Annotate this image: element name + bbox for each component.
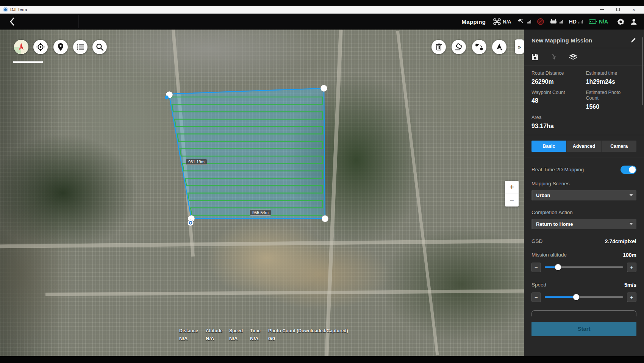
collapse-panel-button[interactable]: »: [515, 39, 524, 54]
slider-knob[interactable]: [555, 264, 561, 270]
survey-area-overlay: [0, 30, 524, 356]
gsd-value: 2.74cm/pixel: [605, 238, 636, 244]
speed-label: Speed: [531, 282, 546, 288]
panel-scrollbar[interactable]: [642, 37, 643, 105]
survey-polygon: [169, 88, 325, 219]
stat-route-distance: Route Distance 26290m: [531, 70, 582, 85]
maximize-icon: [616, 8, 620, 11]
execute-mission-button[interactable]: [550, 53, 558, 61]
completion-action-value: Return to Home: [536, 221, 573, 227]
eraser-icon: [455, 43, 463, 51]
hd-status: HD: [569, 19, 583, 25]
minimize-button[interactable]: [599, 7, 605, 12]
stat-value: 48: [531, 97, 582, 104]
basemap-button[interactable]: [14, 40, 28, 54]
speed-increase-button[interactable]: +: [627, 293, 636, 302]
gps-signal-bars: [527, 20, 531, 23]
start-button[interactable]: Start: [531, 322, 636, 336]
close-button[interactable]: ×: [631, 7, 636, 12]
delete-route-button[interactable]: [431, 40, 446, 54]
gps-satellite-icon: [517, 19, 525, 25]
telemetry-label: Photo Count (Downloaded/Captured): [268, 328, 348, 333]
map-canvas[interactable]: 931.19m 955.54m: [0, 30, 524, 356]
mission-altitude-label: Mission altitude: [531, 252, 567, 258]
waypoint-route-icon: [475, 43, 483, 51]
edit-pencil-icon: [630, 37, 636, 43]
rc-disconnected-icon: [537, 18, 544, 25]
tab-advanced[interactable]: Advanced: [566, 141, 602, 152]
stat-area: Area 93.17ha: [531, 115, 582, 130]
realtime-2d-label: Real-Time 2D Mapping: [531, 167, 584, 172]
kml-import-button[interactable]: [569, 53, 577, 60]
locate-icon: [36, 43, 45, 51]
tab-camera[interactable]: Camera: [601, 141, 636, 152]
map-road: [45, 289, 524, 296]
zoom-in-button[interactable]: +: [505, 181, 519, 194]
settings-button[interactable]: [617, 18, 624, 25]
mapping-scenes-label: Mapping Scenes: [531, 181, 636, 186]
slider-knob[interactable]: [573, 294, 579, 300]
search-button[interactable]: [92, 40, 107, 54]
aircraft-status-value: N/A: [503, 19, 511, 25]
corner-marker-bottom-right: [322, 215, 328, 222]
stat-value: 1h29m24s: [586, 78, 637, 85]
telemetry-value: N/A: [229, 336, 244, 341]
window-titlebar: DJI Terra ×: [0, 6, 644, 14]
waypoint-route-button[interactable]: [472, 40, 486, 54]
window-title: DJI Terra: [10, 7, 27, 12]
stat-photo-count: Estimated Photo Count 1560: [586, 90, 631, 110]
zoom-out-button[interactable]: −: [505, 194, 519, 207]
realtime-2d-row: Real-Time 2D Mapping: [531, 166, 636, 174]
stat-value: 26290m: [531, 78, 582, 85]
stat-value: 93.17ha: [531, 123, 582, 130]
mission-altitude-slider[interactable]: [545, 264, 623, 271]
remote-controller-icon: [550, 19, 557, 24]
hd-signal-bars: [578, 20, 583, 23]
map-road: [396, 31, 439, 355]
altitude-decrease-button[interactable]: −: [531, 263, 541, 272]
divider: [524, 158, 644, 158]
kml-import-icon: [569, 53, 577, 60]
realtime-2d-toggle[interactable]: [621, 166, 636, 174]
panel-header: New Mapping Mission: [531, 30, 636, 48]
mission-stats: Route Distance 26290m Estimated time 1h2…: [531, 66, 636, 135]
telemetry-value: N/A: [179, 336, 200, 341]
mapping-scenes-select[interactable]: Urban: [531, 190, 636, 200]
tab-basic[interactable]: Basic: [531, 141, 566, 152]
divider: [524, 135, 644, 135]
telemetry-item: Speed N/A: [229, 328, 244, 341]
orientation-a-icon: [495, 43, 503, 51]
aircraft-status: N/A: [493, 18, 511, 25]
maximize-button[interactable]: [615, 7, 621, 12]
telemetry-label: Speed: [229, 328, 244, 333]
flight-path: [170, 97, 322, 215]
rc-status: [550, 19, 563, 24]
locate-button[interactable]: [33, 40, 48, 54]
corner-marker-top-left-badge: [165, 95, 169, 99]
back-button[interactable]: [0, 14, 24, 30]
map-road: [0, 239, 524, 248]
altitude-increase-button[interactable]: +: [627, 263, 636, 272]
mission-altitude-value: 100m: [623, 252, 636, 258]
telemetry-item: Altitude N/A: [206, 328, 223, 341]
speed-value: 5m/s: [624, 282, 636, 288]
list-icon: [77, 44, 84, 50]
mission-list-button[interactable]: [73, 40, 88, 54]
mission-panel: New Mapping Mission: [524, 30, 644, 356]
account-button[interactable]: [630, 18, 637, 25]
app-toolbar: Mapping N/A: [0, 14, 644, 30]
battery-status: N/A: [589, 19, 608, 25]
rename-mission-button[interactable]: [630, 37, 636, 43]
clipped-section-outline: [531, 310, 636, 316]
eraser-button[interactable]: [452, 40, 466, 54]
telemetry-item: Distance N/A: [179, 328, 200, 341]
pin-icon: [57, 43, 64, 51]
speed-slider[interactable]: [545, 294, 623, 300]
save-mission-button[interactable]: [531, 53, 539, 61]
completion-action-select[interactable]: Return to Home: [531, 219, 636, 229]
map-road: [325, 30, 343, 356]
orientation-button[interactable]: [492, 40, 506, 54]
speed-decrease-button[interactable]: −: [531, 293, 541, 302]
app-window: DJI Terra × Mapping: [0, 0, 644, 363]
pin-button[interactable]: [53, 40, 68, 54]
